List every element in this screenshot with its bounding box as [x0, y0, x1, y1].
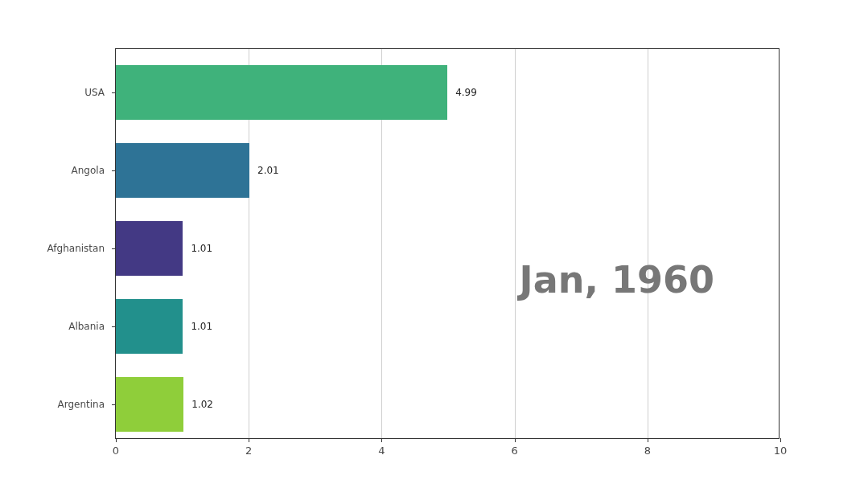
chart-stage: 0246810USA4.99Angola2.01Afghanistan1.01A…: [0, 0, 868, 488]
x-tick-label: 10: [774, 438, 788, 457]
y-tick-label: Angola: [72, 165, 116, 176]
y-tick-label: Albania: [68, 321, 116, 332]
x-tick-label: 6: [511, 438, 517, 457]
bar-value-label: 2.01: [249, 165, 279, 176]
bar: 1.01: [116, 299, 183, 354]
y-tick-label: Afghanistan: [47, 243, 116, 254]
x-tick-label: 4: [378, 438, 385, 457]
x-tick-label: 8: [644, 438, 651, 457]
bar: 2.01: [116, 143, 249, 198]
gridline: [515, 49, 516, 438]
gridline: [648, 49, 648, 438]
bar-value-label: 1.02: [183, 399, 213, 410]
plot-area: 0246810USA4.99Angola2.01Afghanistan1.01A…: [115, 48, 780, 439]
x-tick-label: 0: [113, 438, 119, 457]
bar: 1.01: [116, 221, 183, 276]
y-tick-label: Argentina: [57, 399, 116, 410]
bar-value-label: 1.01: [183, 321, 212, 332]
x-tick-label: 2: [245, 438, 252, 457]
bar-value-label: 1.01: [183, 243, 212, 254]
bar-value-label: 4.99: [447, 87, 477, 98]
period-label: Jan, 1960: [520, 258, 714, 301]
y-tick-label: USA: [84, 87, 116, 98]
bar: 4.99: [116, 65, 447, 120]
bar: 1.02: [116, 377, 183, 432]
